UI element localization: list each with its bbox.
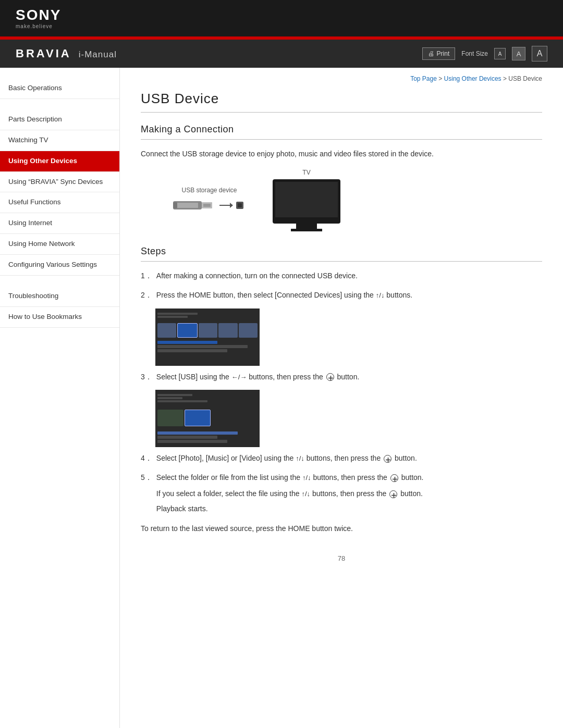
circle-plus-icon-5b xyxy=(390,491,398,499)
screenshot-step2 xyxy=(155,309,260,366)
bravia-title: BRAVIA i-Manual xyxy=(16,47,117,60)
step-2-text: Press the HOME button, then select [Conn… xyxy=(156,289,412,301)
circle-plus-step3 xyxy=(326,373,334,381)
sidebar: Basic Operations Parts Description Watch… xyxy=(0,68,120,728)
tv-base xyxy=(291,229,322,231)
header-bar: BRAVIA i-Manual 🖨 Print Font Size A A A xyxy=(0,40,563,68)
usb-illustration xyxy=(172,197,247,214)
usb-stick-svg xyxy=(172,197,216,214)
step-1-text: After making a connection, turn on the c… xyxy=(156,270,358,281)
step-2-arrows: ↑/↓ xyxy=(376,291,385,299)
sidebar-item-using-other-devices[interactable]: Using Other Devices xyxy=(0,151,119,172)
sony-logo: SONY xyxy=(16,8,61,22)
breadcrumb-current: USB Device xyxy=(508,75,542,82)
bravia-brand: BRAVIA xyxy=(16,47,71,60)
circle-plus-step5 xyxy=(390,474,398,482)
step-5: 5． Select the folder or file from the li… xyxy=(141,472,542,514)
sidebar-item-basic-operations[interactable]: Basic Operations xyxy=(0,78,119,99)
imanual-label: i-Manual xyxy=(79,50,117,60)
sidebar-item-useful-functions[interactable]: Useful Functions xyxy=(0,192,119,213)
usb-label: USB storage device xyxy=(181,187,237,194)
step-3-num: 3． xyxy=(141,371,152,382)
print-label: Print xyxy=(437,50,450,57)
step-3-text: Select [USB] using the ←/→ buttons, then… xyxy=(156,371,360,383)
step-3: 3． Select [USB] using the ←/→ buttons, t… xyxy=(141,371,542,383)
step-5-sub1: If you select a folder, select the file … xyxy=(156,488,424,500)
section1-heading: Making a Connection xyxy=(141,124,542,140)
printer-icon: 🖨 xyxy=(428,50,434,57)
svg-rect-1 xyxy=(176,203,198,208)
circle-plus-step5b xyxy=(389,490,397,498)
breadcrumb-top-page[interactable]: Top Page xyxy=(410,75,437,82)
section1-body: Connect the USB storage device to enjoy … xyxy=(141,148,542,159)
step-5-playback: Playback starts. xyxy=(156,503,424,514)
sidebar-item-parts-description[interactable]: Parts Description xyxy=(0,109,119,130)
page-title: USB Device xyxy=(141,91,542,113)
sidebar-item-home-network[interactable]: Using Home Network xyxy=(0,234,119,255)
tv-illustration xyxy=(273,179,340,224)
circle-plus-step4 xyxy=(384,455,391,463)
sony-tagline: make.believe xyxy=(16,23,61,29)
section2-heading: Steps xyxy=(141,246,542,262)
tv-label: TV xyxy=(273,169,340,176)
breadcrumb: Top Page > Using Other Devices > USB Dev… xyxy=(141,75,542,82)
step-2: 2． Press the HOME button, then select [C… xyxy=(141,289,542,301)
header-controls: 🖨 Print Font Size A A A xyxy=(422,46,547,61)
step-4: 4． Select [Photo], [Music] or [Video] us… xyxy=(141,452,542,464)
circle-plus-icon-4 xyxy=(384,456,392,464)
step-5-content: Select the folder or file from the list … xyxy=(156,472,424,514)
sidebar-item-configuring[interactable]: Configuring Various Settings xyxy=(0,255,119,276)
svg-rect-4 xyxy=(173,202,177,208)
font-small-button[interactable]: A xyxy=(494,48,506,59)
footer-note: To return to the last viewed source, pre… xyxy=(141,523,542,534)
steps-list: 1． After making a connection, turn on th… xyxy=(141,270,542,514)
usb-port-svg xyxy=(235,197,247,214)
connection-arrow-svg xyxy=(218,197,233,214)
tv-group: TV xyxy=(273,169,340,231)
step-1: 1． After making a connection, turn on th… xyxy=(141,270,542,281)
step-3-arrows: ←/→ xyxy=(231,373,247,381)
step-4-text: Select [Photo], [Music] or [Video] using… xyxy=(156,452,417,464)
svg-marker-6 xyxy=(230,203,233,208)
main-layout: Basic Operations Parts Description Watch… xyxy=(0,68,563,728)
step-5-num: 5． xyxy=(141,472,152,483)
circle-plus-icon-5 xyxy=(391,475,399,483)
svg-rect-8 xyxy=(238,203,242,207)
step-4-num: 4． xyxy=(141,452,152,464)
step-5-sub-arrows: ↑/↓ xyxy=(301,490,310,498)
tv-stand xyxy=(296,224,317,229)
font-large-button[interactable]: A xyxy=(532,46,547,61)
font-medium-button[interactable]: A xyxy=(512,47,525,60)
screenshot-step3 xyxy=(155,390,260,447)
tv-screen xyxy=(275,182,338,217)
svg-rect-3 xyxy=(203,204,211,207)
sidebar-item-watching-tv[interactable]: Watching TV xyxy=(0,130,119,151)
sidebar-item-troubleshooting[interactable]: Troubleshooting xyxy=(0,286,119,307)
circle-plus-icon xyxy=(327,374,335,382)
step-5-main: Select the folder or file from the list … xyxy=(156,472,424,484)
step-5-arrows: ↑/↓ xyxy=(302,474,311,482)
step-1-num: 1． xyxy=(141,270,152,281)
content-area: Top Page > Using Other Devices > USB Dev… xyxy=(120,68,563,728)
connection-diagram: USB storage device xyxy=(172,169,542,231)
sidebar-item-bravia-sync[interactable]: Using “BRAVIA” Sync Devices xyxy=(0,172,119,193)
page-footer: 78 xyxy=(141,544,542,567)
top-bar: SONY make.believe xyxy=(0,0,563,36)
step-4-arrows: ↑/↓ xyxy=(296,454,304,462)
print-button[interactable]: 🖨 Print xyxy=(422,47,456,60)
step-2-num: 2． xyxy=(141,289,152,301)
usb-device-group: USB storage device xyxy=(172,187,247,214)
font-size-label: Font Size xyxy=(461,50,488,57)
breadcrumb-using-other[interactable]: Using Other Devices xyxy=(444,75,501,82)
page-number: 78 xyxy=(338,554,345,562)
sidebar-item-bookmarks[interactable]: How to Use Bookmarks xyxy=(0,307,119,328)
sidebar-item-using-internet[interactable]: Using Internet xyxy=(0,213,119,234)
